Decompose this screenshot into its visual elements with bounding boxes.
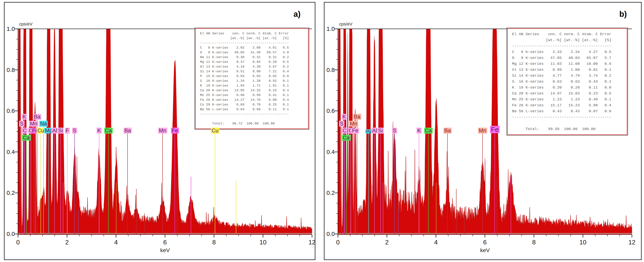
- element-label-S: S: [72, 128, 77, 134]
- element-label-Cu: Cu: [36, 128, 45, 134]
- x-tick-label: 6: [478, 239, 492, 246]
- y-tick-label: 0.2: [4, 190, 15, 197]
- x-axis-label-b: keV: [471, 247, 499, 254]
- y-tick-label: 0.6: [4, 107, 15, 115]
- quant-table-b: El AN Series unn. C norm. C Atom. C Erro…: [507, 28, 628, 135]
- y-tick-label: 0.4: [4, 149, 15, 156]
- panel-b: cps/eV keV b) El AN Series unn. C norm. …: [324, 2, 642, 260]
- element-label-S: S: [339, 121, 344, 127]
- y-tick-label: 0.4: [324, 149, 335, 156]
- element-label-K: K: [416, 128, 422, 134]
- element-label-Fe: Fe: [171, 128, 179, 134]
- element-label-Al: Al: [52, 128, 58, 134]
- x-tick-label: 4: [109, 239, 123, 246]
- quant-table-a: El AN Series unn. C norm. C Atom. C Erro…: [195, 28, 309, 129]
- eds-figure: cps/eV keV a) El AN Series unn. C norm. …: [0, 0, 644, 262]
- y-tick-label: 0.8: [324, 67, 335, 74]
- element-label-Mn: Mn: [158, 128, 167, 134]
- element-label-S: S: [19, 121, 24, 127]
- element-label-Mn: Mn: [478, 128, 487, 134]
- element-label-Cu: Cu: [211, 128, 220, 134]
- element-label-Mn: Mn: [349, 121, 358, 127]
- element-label-Mg: Mg: [365, 129, 372, 134]
- element-label-F: F: [65, 128, 70, 134]
- y-tick-label: 1.0: [4, 25, 15, 33]
- x-tick-label: 2: [380, 239, 394, 246]
- element-label-Ca: Ca: [104, 128, 113, 134]
- x-tick-label: 2: [60, 239, 74, 246]
- element-label-Fe: Fe: [490, 126, 500, 133]
- x-tick-label: 0: [331, 239, 345, 246]
- element-label-Mn: Mn: [29, 121, 38, 127]
- y-tick-label: 0.8: [4, 67, 15, 74]
- element-label-Ba: Ba: [33, 114, 41, 120]
- element-label-K: K: [342, 114, 347, 120]
- y-tick-label: 0.6: [324, 107, 335, 115]
- element-label-Si: Si: [58, 128, 64, 134]
- element-label-S: S: [392, 128, 397, 134]
- x-axis-label-a: keV: [151, 247, 179, 254]
- element-label-C: C: [22, 128, 28, 134]
- y-tick-label: 0.0: [324, 231, 335, 238]
- x-tick-label: 4: [429, 239, 443, 246]
- element-label-Ca: Ca: [22, 135, 31, 141]
- element-label-Ba: Ba: [353, 114, 361, 120]
- quant-table-text-b: El AN Series unn. C norm. C Atom. C Erro…: [508, 29, 627, 134]
- y-tick-label: 1.0: [324, 25, 335, 33]
- element-label-Al: Al: [371, 128, 378, 134]
- element-label-Fe: Fe: [351, 128, 359, 134]
- x-tick-label: 8: [527, 239, 541, 246]
- element-label-Na: Na: [39, 121, 48, 127]
- element-label-Ba: Ba: [124, 128, 132, 134]
- x-tick-label: 0: [11, 239, 25, 246]
- x-tick-label: 10: [256, 239, 270, 246]
- y-axis-unit-a: cps/eV: [19, 21, 32, 27]
- x-tick-label: 12: [305, 239, 319, 246]
- y-tick-label: 0.2: [324, 190, 335, 197]
- y-axis-unit-b: cps/eV: [339, 21, 352, 27]
- element-label-C: C: [342, 128, 348, 134]
- x-tick-label: 10: [576, 239, 590, 246]
- panel-tag-b: b): [619, 10, 627, 18]
- panel-a: cps/eV keV a) El AN Series unn. C norm. …: [4, 2, 315, 260]
- element-label-Ca: Ca: [342, 135, 350, 141]
- element-label-Si: Si: [377, 128, 384, 134]
- x-tick-label: 8: [207, 239, 221, 246]
- element-label-Ba: Ba: [444, 128, 452, 134]
- x-tick-label: 12: [625, 239, 639, 246]
- element-label-K: K: [96, 128, 102, 134]
- element-label-Ca: Ca: [424, 128, 433, 134]
- element-label-K: K: [22, 114, 27, 120]
- quant-table-text-a: El AN Series unn. C norm. C Atom. C Erro…: [196, 29, 308, 128]
- panel-tag-a: a): [294, 10, 300, 18]
- y-tick-label: 0.0: [4, 231, 15, 238]
- x-tick-label: 6: [158, 239, 172, 246]
